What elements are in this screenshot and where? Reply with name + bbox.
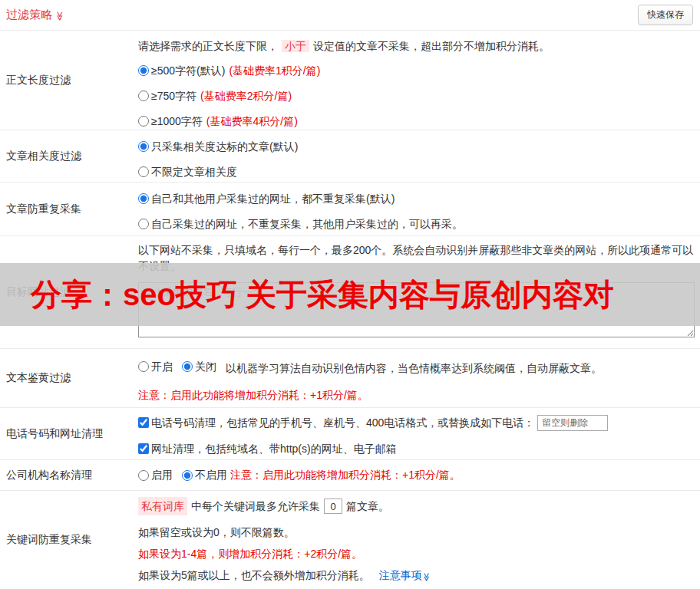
radio-option-porn-off[interactable]: 关闭 xyxy=(182,359,216,374)
radio-porn-on-label: 开启 xyxy=(151,359,173,374)
section-label-keyword-dedup: 关键词防重复采集 xyxy=(0,491,138,589)
page-title-text: 过滤策略 xyxy=(6,8,52,22)
radio-option-company-enable[interactable]: 启用 xyxy=(138,469,173,482)
phone-cleanup-checkbox[interactable] xyxy=(138,417,149,428)
page-title[interactable]: 过滤策略 ≫ xyxy=(6,8,65,22)
radio-500-chars[interactable] xyxy=(138,65,149,76)
row-dedup-collection: 文章防重复采集 自己和其他用户采集过的网址，都不重复采集(默认) 自己采集过的网… xyxy=(0,183,700,236)
keyword-note-unlimited: 如果留空或设为0，则不限篇数。 xyxy=(138,525,697,540)
radio-option-500-chars[interactable]: ≥500字符(默认) (基础费率1积分/篇) xyxy=(138,63,697,78)
fee-750-chars: (基础费率2积分/篇) xyxy=(200,88,292,104)
section-label-dedup: 文章防重复采集 xyxy=(0,183,138,235)
phone-cleanup-line: 电话号码清理，包括常见的手机号、座机号、400电话格式，或替换成如下电话： xyxy=(138,413,697,432)
filter-strategy-page: 过滤策略 ≫ 快速保存 正文长度过滤 请选择需求的正文长度下限，小于设定值的文章… xyxy=(0,0,700,589)
radio-dedup-self-only-label: 自己采集过的网址，不重复采集，其他用户采集过的，可以再采。 xyxy=(151,216,463,232)
radio-porn-off-label: 关闭 xyxy=(195,359,216,374)
url-cleanup-label: 网址清理，包括纯域名、带http(s)的网址、电子邮箱 xyxy=(151,439,397,458)
porn-filter-description: 以机器学习算法自动识别色情内容，当色情概率达到系统阈值，自动屏蔽文章。 xyxy=(226,362,602,374)
row-keyword-dedup: 关键词防重复采集 私有词库 中每个关键词最多允许采集 篇文章。 如果留空或设为0… xyxy=(0,491,700,589)
content-length-intro: 请选择需求的正文长度下限，小于设定值的文章不采集，超出部分不增加积分消耗。 xyxy=(138,38,697,54)
radio-500-chars-label: ≥500字符(默认) xyxy=(151,63,225,78)
radio-option-relevance-any[interactable]: 不限定文章相关度 xyxy=(138,164,697,179)
quick-save-button[interactable]: 快速保存 xyxy=(638,5,693,25)
ad-overlay-banner[interactable]: 分享：seo技巧 关于采集内容与原创内容对 xyxy=(0,263,700,326)
row-content-length-filter: 正文长度过滤 请选择需求的正文长度下限，小于设定值的文章不采集，超出部分不增加积… xyxy=(0,31,700,130)
keyword-note-five-plus: 如果设为5篇或以上，也不会额外增加积分消耗。 注意事项≫ xyxy=(138,568,697,583)
row-porn-filter: 文本鉴黄过滤 开启 关闭 以机器学习算法自动识别色情内容，当色情概率达到系统阈值… xyxy=(0,349,700,408)
radio-1000-chars-label: ≥1000字符 xyxy=(151,114,203,129)
company-cleanup-cost-note: 注意：启用此功能将增加积分消耗：+1积分/篇。 xyxy=(230,469,461,482)
keyword-note-cost: 如果设为1-4篇，则增加积分消耗：+2积分/篇。 xyxy=(138,546,697,561)
intro-pre: 请选择需求的正文长度下限， xyxy=(138,40,278,52)
radio-option-relevance-only[interactable]: 只采集相关度达标的文章(默认) xyxy=(138,139,697,154)
notes-link-text: 注意事项 xyxy=(379,569,422,581)
keyword-five-plus-text: 如果设为5篇或以上，也不会额外增加积分消耗。 xyxy=(138,569,370,581)
intro-post: 设定值的文章不采集，超出部分不增加积分消耗。 xyxy=(313,40,550,52)
page-header: 过滤策略 ≫ 快速保存 xyxy=(0,0,700,31)
radio-750-chars[interactable] xyxy=(138,90,149,101)
private-lexicon-highlight: 私有词库 xyxy=(138,497,187,515)
link-double-chevron-down-icon: ≫ xyxy=(422,573,431,582)
radio-option-750-chars[interactable]: ≥750字符 (基础费率2积分/篇) xyxy=(138,88,697,104)
radio-dedup-self-only[interactable] xyxy=(138,219,149,229)
radio-option-dedup-all-users[interactable]: 自己和其他用户采集过的网址，都不重复采集(默认) xyxy=(138,191,697,206)
radio-relevance-only[interactable] xyxy=(138,141,149,152)
section-label-company-name: 公司机构名称清理 xyxy=(0,460,138,490)
keyword-limit-text: 中每个关键词最多允许采集 xyxy=(191,497,320,515)
keyword-limit-input[interactable] xyxy=(324,499,342,514)
keyword-limit-line: 私有词库 中每个关键词最多允许采集 篇文章。 xyxy=(138,497,697,515)
replacement-phone-input[interactable] xyxy=(537,415,608,431)
porn-filter-cost-note: 注意：启用此功能将增加积分消耗：+1积分/篇。 xyxy=(138,387,697,403)
radio-option-dedup-self-only[interactable]: 自己采集过的网址，不重复采集，其他用户采集过的，可以再采。 xyxy=(138,216,697,232)
section-label-relevance: 文章相关度过滤 xyxy=(0,130,138,182)
double-chevron-down-icon: ≫ xyxy=(55,11,64,21)
radio-1000-chars[interactable] xyxy=(138,116,149,127)
section-label-porn-filter: 文本鉴黄过滤 xyxy=(0,349,138,407)
phone-cleanup-label: 电话号码清理，包括常见的手机号、座机号、400电话格式，或替换成如下电话： xyxy=(151,413,534,432)
radio-option-company-disable[interactable]: 不启用 xyxy=(182,469,227,482)
url-cleanup-checkbox[interactable] xyxy=(138,443,149,454)
row-relevance-filter: 文章相关度过滤 只采集相关度达标的文章(默认) 不限定文章相关度 xyxy=(0,130,700,183)
section-label-phone-url: 电话号码和网址清理 xyxy=(0,408,138,459)
url-cleanup-line: 网址清理，包括纯域名、带http(s)的网址、电子邮箱 xyxy=(138,439,697,458)
row-phone-url-cleanup: 电话号码和网址清理 电话号码清理，包括常见的手机号、座机号、400电话格式，或替… xyxy=(0,408,700,460)
radio-dedup-all-users-label: 自己和其他用户采集过的网址，都不重复采集(默认) xyxy=(151,191,395,206)
radio-company-disable[interactable] xyxy=(182,470,193,481)
fee-1000-chars: (基础费率4积分/篇) xyxy=(206,114,298,129)
fee-500-chars: (基础费率1积分/篇) xyxy=(229,63,320,78)
radio-relevance-only-label: 只采集相关度达标的文章(默认) xyxy=(151,139,298,154)
radio-porn-off[interactable] xyxy=(182,361,193,372)
radio-porn-on[interactable] xyxy=(138,361,149,372)
row-company-name-cleanup: 公司机构名称清理 启用 不启用 注意：启用此功能将增加积分消耗：+1积分/篇。 xyxy=(0,460,700,491)
radio-company-enable-label: 启用 xyxy=(151,469,173,482)
radio-option-1000-chars[interactable]: ≥1000字符 (基础费率4积分/篇) xyxy=(138,114,697,129)
section-label-content-length: 正文长度过滤 xyxy=(0,31,138,130)
intro-highlight-less-than: 小于 xyxy=(282,40,309,52)
radio-company-enable[interactable] xyxy=(138,470,149,481)
radio-company-disable-label: 不启用 xyxy=(195,469,227,482)
radio-750-chars-label: ≥750字符 xyxy=(151,88,196,104)
radio-option-porn-on[interactable]: 开启 xyxy=(138,359,173,374)
radio-relevance-any-label: 不限定文章相关度 xyxy=(151,164,237,179)
notes-link[interactable]: 注意事项≫ xyxy=(379,569,431,581)
radio-dedup-all-users[interactable] xyxy=(138,193,149,204)
porn-filter-controls: 开启 关闭 以机器学习算法自动识别色情内容，当色情概率达到系统阈值，自动屏蔽文章… xyxy=(138,359,697,376)
keyword-limit-suffix: 篇文章。 xyxy=(346,497,389,515)
ad-overlay-text: 分享：seo技巧 关于采集内容与原创内容对 xyxy=(31,279,614,310)
radio-relevance-any[interactable] xyxy=(138,166,149,177)
